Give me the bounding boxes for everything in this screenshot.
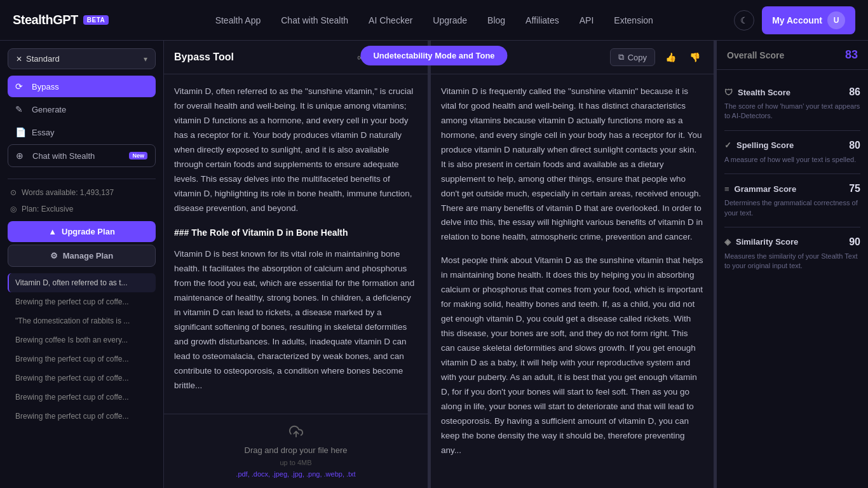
bypass-heading-1: ### The Role of Vitamin D in Bone Health bbox=[174, 226, 417, 241]
spelling-score-icon: ✓ bbox=[724, 140, 731, 150]
grammar-score-value: 75 bbox=[849, 183, 860, 194]
upgrade-label: Upgrade Plan bbox=[62, 227, 115, 236]
output-text-area: Vitamin D is frequently called the "suns… bbox=[431, 74, 714, 488]
upload-types: .pdf, .docx, .jpeg, .jpg, .png, .webp, .… bbox=[236, 470, 355, 478]
words-icon: ⊙ bbox=[10, 188, 17, 197]
main-layout: ✕ Standard ▾ ⟳ Bypass ✎ Generate 📄 Essay… bbox=[0, 41, 868, 488]
upload-size: up to 4MB bbox=[280, 459, 311, 466]
sidebar-item-chat-stealth[interactable]: ⊕ Chat with Stealth New bbox=[8, 144, 156, 167]
spelling-score-value: 80 bbox=[849, 140, 860, 151]
words-label: Words available: 1,493,137 bbox=[22, 188, 114, 197]
copy-button[interactable]: ⧉ Copy bbox=[610, 48, 655, 66]
bypass-para-2: Vitamin D is best known for its vital ro… bbox=[174, 247, 417, 393]
score-panel: Overall Score 83 🛡 Stealth Score 86 The … bbox=[717, 41, 868, 488]
history-item-6[interactable]: Brewing the perfect cup of coffe... bbox=[8, 388, 156, 407]
generate-icon: ✎ bbox=[15, 104, 25, 114]
copy-icon: ⧉ bbox=[618, 52, 624, 62]
bypass-para-1: Vitamin D, often referred to as the "sun… bbox=[174, 85, 417, 215]
upgrade-plan-button[interactable]: ▲ Upgrade Plan bbox=[8, 221, 156, 242]
sidebar-item-generate[interactable]: ✎ Generate bbox=[8, 98, 156, 120]
my-account-label: My Account bbox=[772, 15, 822, 25]
nav-upgrade[interactable]: Upgrade bbox=[424, 10, 476, 30]
plan-label: Plan: Exclusive bbox=[22, 205, 73, 214]
sidebar: ✕ Standard ▾ ⟳ Bypass ✎ Generate 📄 Essay… bbox=[0, 41, 164, 488]
stealth-score-desc: The score of how 'human' your text appea… bbox=[724, 102, 860, 121]
manage-plan-button[interactable]: ⚙ Manage Plan bbox=[8, 245, 156, 267]
chevron-down-icon: ▾ bbox=[144, 55, 147, 64]
my-account-button[interactable]: My Account U bbox=[762, 6, 855, 34]
plan-info: ◎ Plan: Exclusive bbox=[8, 201, 156, 217]
nav-blog[interactable]: Blog bbox=[478, 10, 514, 30]
bypass-panel-title: Bypass Tool bbox=[174, 51, 345, 63]
similarity-score-desc: Measures the similarity of your Stealth … bbox=[724, 252, 860, 271]
words-info: ⊙ Words available: 1,493,137 bbox=[8, 184, 156, 201]
similarity-score-icon: ◈ bbox=[724, 237, 731, 247]
similarity-score-item: ◈ Similarity Score 90 Measures the simil… bbox=[724, 227, 860, 280]
grammar-score-label: Grammar Score bbox=[735, 184, 797, 194]
history-item-4[interactable]: Brewing the perfect cup of coffe... bbox=[8, 349, 156, 369]
bypass-text-area[interactable]: Vitamin D, often referred to as the "sun… bbox=[164, 74, 428, 414]
bypass-icon: ⟳ bbox=[15, 81, 25, 92]
grammar-score-icon: ≡ bbox=[724, 184, 729, 194]
score-items: 🛡 Stealth Score 86 The score of how 'hum… bbox=[717, 70, 868, 288]
history-item-2[interactable]: "The domestication of rabbits is ... bbox=[8, 311, 156, 330]
mode-select-value: Standard bbox=[26, 54, 144, 64]
upload-area[interactable]: Drag and drop your file here up to 4MB .… bbox=[164, 414, 428, 488]
generate-label: Generate bbox=[32, 105, 66, 114]
nav-ai-checker[interactable]: AI Checker bbox=[360, 10, 421, 30]
similarity-score-value: 90 bbox=[849, 236, 860, 248]
divider-1 bbox=[8, 179, 156, 179]
nav-right: ☾ My Account U bbox=[734, 6, 855, 34]
overall-score-value: 83 bbox=[845, 48, 858, 62]
stealth-score-label: Stealth Score bbox=[738, 88, 790, 97]
new-badge: New bbox=[129, 152, 147, 159]
grammar-score-item: ≡ Grammar Score 75 Determines the gramma… bbox=[724, 174, 860, 227]
history-item-7[interactable]: Brewing the perfect cup of coffe... bbox=[8, 407, 156, 426]
nav-affiliates[interactable]: Affiliates bbox=[517, 10, 568, 30]
upgrade-icon: ▲ bbox=[48, 227, 57, 236]
spelling-score-desc: A measure of how well your text is spell… bbox=[724, 155, 860, 165]
sidebar-item-essay[interactable]: 📄 Essay bbox=[8, 121, 156, 143]
spelling-score-label: Spelling Score bbox=[736, 140, 794, 150]
nav-chat-with-stealth[interactable]: Chat with Stealth bbox=[272, 10, 357, 30]
nav-stealth-app[interactable]: Stealth App bbox=[207, 10, 270, 30]
overall-score-label: Overall Score bbox=[727, 50, 784, 60]
theme-toggle-button[interactable]: ☾ bbox=[734, 10, 754, 30]
sidebar-item-bypass[interactable]: ⟳ Bypass bbox=[8, 76, 156, 97]
output-panel: Output Panel ⧉ Copy 👍 👎 Vitamin D is fre… bbox=[431, 41, 714, 488]
avatar: U bbox=[827, 11, 845, 29]
spelling-score-item: ✓ Spelling Score 80 A measure of how wel… bbox=[724, 131, 860, 174]
sidebar-menu: ⟳ Bypass ✎ Generate 📄 Essay ⊕ Chat with … bbox=[8, 76, 156, 167]
resize-handle-2[interactable] bbox=[714, 41, 717, 488]
similarity-score-label: Similarity Score bbox=[736, 237, 798, 247]
essay-icon: 📄 bbox=[15, 127, 25, 137]
nav-extension[interactable]: Extension bbox=[605, 10, 661, 30]
thumbdown-button[interactable]: 👎 bbox=[686, 48, 703, 66]
grammar-score-desc: Determines the grammatical correctness o… bbox=[724, 198, 860, 218]
brand: StealthGPT BETA bbox=[13, 13, 109, 27]
thumbup-icon: 👍 bbox=[665, 52, 676, 62]
plan-icon: ◎ bbox=[10, 205, 17, 214]
history-item-1[interactable]: Brewing the perfect cup of coffe... bbox=[8, 292, 156, 311]
mode-select[interactable]: ✕ Standard ▾ bbox=[8, 48, 156, 69]
bypass-panel: Bypass Tool ∞ ? ⚙ Vitamin D, often refer… bbox=[164, 41, 428, 488]
nav-api[interactable]: API bbox=[571, 10, 603, 30]
history-item-5[interactable]: Brewing the perfect cup of coffe... bbox=[8, 369, 156, 388]
tooltip-banner: Undetectability Mode and Tone bbox=[360, 46, 507, 65]
copy-label: Copy bbox=[628, 53, 647, 62]
manage-icon: ⚙ bbox=[50, 251, 58, 261]
brand-name: StealthGPT bbox=[13, 13, 78, 27]
thumbdown-icon: 👎 bbox=[689, 52, 700, 62]
history-item-0[interactable]: Vitamin D, often referred to as t... bbox=[8, 273, 156, 292]
moon-icon: ☾ bbox=[740, 15, 749, 25]
output-para-2: Most people think about Vitamin D as the… bbox=[441, 254, 703, 458]
resize-handle-1[interactable] bbox=[428, 41, 431, 488]
stealth-score-value: 86 bbox=[849, 86, 860, 98]
stealth-score-icon: 🛡 bbox=[724, 88, 733, 97]
thumbup-button[interactable]: 👍 bbox=[661, 48, 679, 66]
chat-icon: ⊕ bbox=[16, 151, 26, 161]
output-para-1: Vitamin D is frequently called the "suns… bbox=[441, 85, 703, 245]
history-item-3[interactable]: Brewing coffee Is both an every... bbox=[8, 330, 156, 349]
mode-select-icon: ✕ bbox=[16, 55, 22, 64]
upload-icon bbox=[289, 424, 303, 442]
